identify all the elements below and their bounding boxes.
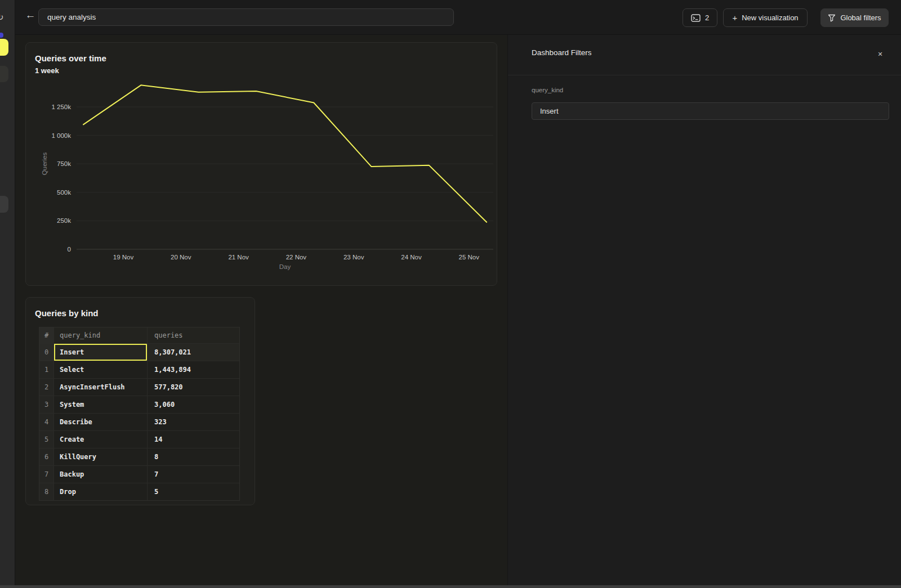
query-kind-cell[interactable]: Select: [53, 361, 147, 378]
query-kind-cell[interactable]: Describe: [53, 414, 147, 430]
queries-by-kind-card: Queries by kind # query_kind queries 0 I…: [25, 297, 255, 505]
console-count: 2: [705, 14, 709, 22]
queries-count-cell[interactable]: 8,307,021: [147, 344, 239, 361]
query-kind-cell[interactable]: Backup: [53, 466, 147, 483]
svg-text:25 Nov: 25 Nov: [459, 254, 480, 261]
table-row: 4 Describe 323: [39, 413, 239, 430]
table-row: 3 System 3,060: [39, 396, 239, 413]
queries-over-time-card: Queries over time 1 week 0250k500k750k1 …: [25, 42, 497, 286]
close-icon[interactable]: ✕: [874, 48, 886, 60]
sidebar-item[interactable]: [0, 66, 8, 82]
y-axis-title: Queries: [41, 152, 48, 175]
column-header-queries: queries: [147, 327, 239, 343]
query-kind-filter-input[interactable]: [532, 102, 889, 120]
queries-count-cell[interactable]: 323: [147, 414, 239, 430]
global-filters-button[interactable]: Global filters: [820, 8, 889, 27]
column-header-query-kind: query_kind: [53, 327, 147, 343]
panel-title: Dashboard Filters: [532, 48, 592, 57]
sidebar-item[interactable]: [0, 196, 8, 213]
queries-count-cell[interactable]: 1,443,894: [147, 361, 239, 378]
queries-count-cell[interactable]: 3,060: [147, 396, 239, 413]
svg-text:19 Nov: 19 Nov: [113, 254, 134, 261]
sql-console-icon: [691, 14, 701, 22]
table-row: 6 KillQuery 8: [39, 448, 239, 465]
panel-divider: [508, 75, 901, 75]
dashboard-filters-panel: Dashboard Filters ✕ query_kind: [507, 35, 901, 585]
svg-text:1 000k: 1 000k: [51, 132, 71, 139]
queries-count-cell[interactable]: 8: [147, 448, 239, 465]
svg-text:750k: 750k: [57, 160, 71, 167]
sidebar-item-active[interactable]: [0, 39, 8, 56]
dashboard-canvas: Queries over time 1 week 0250k500k750k1 …: [15, 35, 507, 585]
query-kind-cell[interactable]: AsyncInsertFlush: [53, 379, 147, 396]
query-kind-cell[interactable]: Drop: [53, 483, 147, 500]
top-bar: ← 2 + New visualization Global filters: [15, 0, 901, 35]
left-sidebar: ↻: [0, 0, 15, 585]
back-button[interactable]: ←: [22, 7, 39, 24]
svg-text:22 Nov: 22 Nov: [286, 254, 307, 261]
queries-count-cell[interactable]: 7: [147, 466, 239, 483]
queries-count-cell[interactable]: 14: [147, 431, 239, 448]
svg-text:24 Nov: 24 Nov: [401, 254, 422, 261]
refresh-icon[interactable]: ↻: [0, 12, 4, 23]
row-index-cell: 5: [39, 431, 53, 448]
svg-text:23 Nov: 23 Nov: [344, 254, 364, 261]
queries-by-kind-table-body: 0 Insert 8,307,021 1 Select 1,443,894 2 …: [39, 343, 239, 500]
row-index-cell: 1: [39, 361, 53, 378]
row-index-cell: 8: [39, 483, 53, 500]
table-row: 5 Create 14: [39, 430, 239, 448]
window-bottom-strip: [0, 585, 901, 588]
sql-console-count-button[interactable]: 2: [683, 8, 717, 27]
sidebar-item-blue[interactable]: [0, 33, 3, 38]
row-index-cell: 7: [39, 466, 53, 483]
new-visualization-button[interactable]: + New visualization: [723, 8, 808, 27]
queries-line-chart: 0250k500k750k1 000k1 250k19 Nov20 Nov21 …: [26, 43, 498, 273]
svg-text:1 250k: 1 250k: [51, 104, 71, 110]
svg-text:250k: 250k: [57, 217, 71, 224]
svg-text:20 Nov: 20 Nov: [171, 254, 191, 261]
plus-icon: +: [732, 13, 737, 23]
query-kind-cell[interactable]: Insert: [53, 344, 147, 361]
funnel-icon: [828, 14, 836, 22]
table-title: Queries by kind: [35, 308, 99, 318]
row-index-cell: 3: [39, 396, 53, 413]
table-row: 2 AsyncInsertFlush 577,820: [39, 378, 239, 396]
x-axis-title: Day: [279, 263, 291, 270]
table-row: 1 Select 1,443,894: [39, 361, 239, 378]
table-row: 0 Insert 8,307,021: [39, 343, 239, 361]
queries-count-cell[interactable]: 577,820: [147, 379, 239, 396]
query-kind-cell[interactable]: Create: [53, 431, 147, 448]
row-index-cell: 4: [39, 414, 53, 430]
row-index-cell: 2: [39, 379, 53, 396]
svg-text:500k: 500k: [57, 189, 71, 196]
query-kind-cell[interactable]: System: [53, 396, 147, 413]
query-kind-cell[interactable]: KillQuery: [53, 448, 147, 465]
queries-by-kind-table: # query_kind queries 0 Insert 8,307,021 …: [39, 327, 240, 501]
dashboard-name-input[interactable]: [38, 8, 454, 26]
filter-field-label: query_kind: [532, 87, 563, 93]
table-row: 7 Backup 7: [39, 465, 239, 483]
column-header-index: #: [39, 327, 53, 343]
row-index-cell: 0: [39, 344, 53, 361]
table-header-row: # query_kind queries: [39, 327, 239, 343]
row-index-cell: 6: [39, 448, 53, 465]
table-row: 8 Drop 5: [39, 483, 239, 500]
queries-count-cell[interactable]: 5: [147, 483, 239, 500]
svg-text:21 Nov: 21 Nov: [228, 254, 249, 261]
svg-text:0: 0: [68, 246, 71, 253]
